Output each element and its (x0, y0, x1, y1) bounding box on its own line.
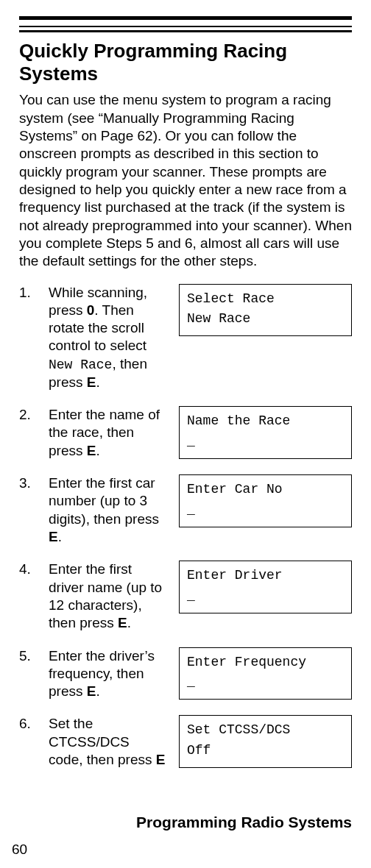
step-number: 4. (19, 561, 40, 578)
section-heading: Quickly Programming Racing Systems (19, 40, 352, 85)
step-text-fragment: . (96, 374, 99, 390)
step-bold: E (49, 529, 58, 544)
step-text-fragment: . (127, 615, 131, 630)
intro-paragraph: You can use the menu system to program a… (19, 91, 352, 270)
step-number: 2. (19, 406, 40, 424)
lcd-line: _ (187, 586, 344, 607)
lcd-screen: Select Race New Race (179, 284, 352, 337)
lcd-line: New Race (187, 309, 344, 330)
step-row: 4. Enter the first driver name (up to 12… (19, 561, 352, 632)
step-text-fragment: Enter the first driver name (up to 12 ch… (49, 561, 162, 630)
step-row: 1. While scanning, press 0. Then rotate … (19, 284, 352, 392)
step-bold: E (87, 443, 96, 458)
step-text: Enter the driver’s frequency, then press… (49, 647, 170, 701)
step-text: Enter the first driver name (up to 12 ch… (49, 561, 170, 632)
step-text: Enter the first car number (up to 3 digi… (49, 474, 170, 546)
top-rule-med (19, 30, 352, 32)
lcd-line: Enter Car No (187, 480, 344, 500)
step-number: 5. (19, 647, 40, 665)
step-mono: New Race (49, 357, 112, 372)
lcd-line: _ (187, 500, 344, 521)
lcd-line: Enter Frequency (187, 652, 344, 673)
step-text-fragment: . (58, 529, 62, 544)
footer-section-title: Programming Radio Systems (136, 814, 352, 831)
step-text-fragment: Enter the name of the race, then press (49, 407, 160, 458)
step-number: 6. (19, 715, 40, 733)
step-text: Set the CTCSS/DCS code, then press E (49, 715, 170, 769)
lcd-screen: Name the Race _ (179, 406, 352, 459)
step-text: Enter the name of the race, then press E… (49, 406, 170, 460)
step-text-fragment: Enter the driver’s frequency, then press (49, 648, 155, 700)
step-bold: E (87, 374, 96, 390)
step-bold: E (118, 615, 127, 630)
page-number: 60 (12, 842, 27, 858)
step-text: While scanning, press 0. Then rotate the… (49, 284, 170, 392)
step-text-fragment: . (96, 443, 99, 458)
lcd-line: Enter Driver (187, 566, 344, 586)
step-row: 5. Enter the driver’s frequency, then pr… (19, 647, 352, 701)
lcd-line: _ (187, 432, 344, 452)
top-rule-thick (19, 16, 352, 20)
lcd-screen: Set CTCSS/DCS Off (179, 715, 352, 768)
top-rule-thin (19, 26, 352, 27)
step-row: 2. Enter the name of the race, then pres… (19, 406, 352, 460)
step-number: 3. (19, 474, 40, 492)
step-row: 6. Set the CTCSS/DCS code, then press E … (19, 715, 352, 769)
step-number: 1. (19, 284, 40, 302)
step-text-fragment: Set the CTCSS/DCS code, then press (49, 716, 156, 767)
lcd-screen: Enter Frequency _ (179, 647, 352, 700)
page: Quickly Programming Racing Systems You c… (0, 0, 371, 868)
steps-list: 1. While scanning, press 0. Then rotate … (19, 284, 352, 769)
step-row: 3. Enter the first car number (up to 3 d… (19, 474, 352, 546)
step-bold: E (156, 752, 166, 767)
step-text-fragment: Enter the first car number (up to 3 digi… (49, 475, 159, 527)
step-bold: 0 (87, 302, 95, 318)
step-text-fragment: . (96, 683, 99, 699)
lcd-line: _ (187, 672, 344, 693)
lcd-line: Set CTCSS/DCS (187, 720, 344, 741)
lcd-screen: Enter Car No _ (179, 474, 352, 527)
lcd-screen: Enter Driver _ (179, 561, 352, 613)
lcd-line: Off (187, 741, 344, 761)
lcd-line: Name the Race (187, 411, 344, 432)
step-bold: E (87, 683, 96, 699)
lcd-line: Select Race (187, 289, 344, 310)
